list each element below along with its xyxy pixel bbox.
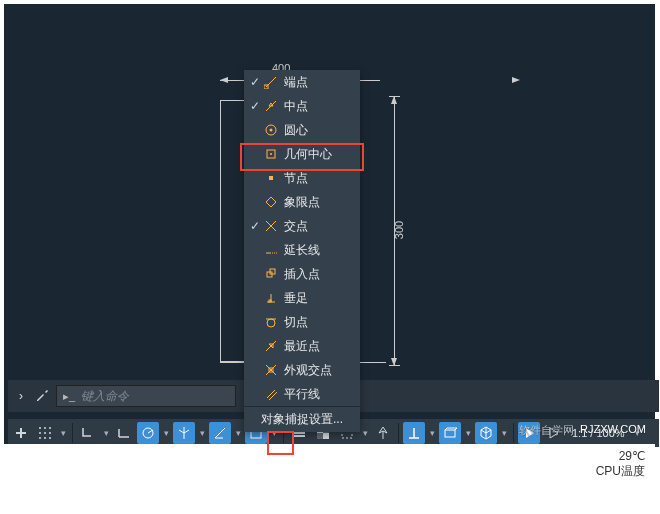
osnap-tangent[interactable]: 切点 [244,310,360,334]
command-input[interactable]: ▸_ 键入命令 [56,385,236,407]
sb-viewcube-dropdown[interactable]: ▾ [499,428,509,438]
menu-label: 平行线 [280,386,354,403]
endpoint-icon [262,73,280,91]
command-prompt-icon: ▸_ [63,390,75,403]
command-expand-icon[interactable]: › [14,389,28,403]
osnap-parallel[interactable]: 平行线 [244,382,360,406]
customize-icon[interactable] [34,387,50,406]
check-icon: ✓ [248,219,262,233]
menu-label: 延长线 [280,242,354,259]
menu-label: 垂足 [280,290,354,307]
svg-point-6 [39,437,41,439]
svg-point-25 [267,319,275,327]
nearest-icon [262,337,280,355]
menu-label: 中点 [280,98,354,115]
osnap-endpoint[interactable]: ✓ 端点 [244,70,360,94]
tangent-icon [262,313,280,331]
menu-label: 节点 [280,170,354,187]
sb-polar-icon[interactable] [137,422,159,444]
check-icon: ✓ [248,99,262,113]
svg-point-1 [44,427,46,429]
temperature-label: CPU温度 [596,463,645,480]
menu-label: 圆心 [280,122,354,139]
svg-point-3 [39,432,41,434]
sb-plus-icon[interactable] [10,422,32,444]
quadrant-icon [262,193,280,211]
sb-ucs-icon[interactable] [372,422,394,444]
osnap-geometric-center[interactable]: 几何中心 [244,142,360,166]
menu-label: 象限点 [280,194,354,211]
svg-rect-24 [269,300,271,302]
menu-label: 外观交点 [280,362,354,379]
osnap-extension[interactable]: 延长线 [244,238,360,262]
svg-rect-13 [323,433,329,439]
svg-point-8 [49,437,51,439]
geometric-center-icon [262,145,280,163]
svg-point-5 [49,432,51,434]
sb-viewcube-icon[interactable] [475,422,497,444]
osnap-nearest[interactable]: 最近点 [244,334,360,358]
sb-grid-icon[interactable] [34,422,56,444]
svg-point-4 [44,432,46,434]
perpendicular-icon [262,289,280,307]
intersection-icon [262,217,280,235]
menu-label: 对象捕捉设置... [261,411,343,428]
sb-angle-dropdown[interactable]: ▾ [233,428,243,438]
svg-point-7 [44,437,46,439]
sb-ortho2-icon[interactable] [113,422,135,444]
menu-label: 最近点 [280,338,354,355]
osnap-insert[interactable]: 插入点 [244,262,360,286]
dimension-right-value: 300 [393,221,405,239]
watermark: 软件自学网 RJZXW.COM [519,423,646,438]
svg-point-2 [49,427,51,429]
menu-label: 几何中心 [280,146,354,163]
center-icon [262,121,280,139]
check-icon: ✓ [248,75,262,89]
sb-ortho-icon[interactable] [77,422,99,444]
osnap-center[interactable]: 圆心 [244,118,360,142]
sb-3dosnap-dropdown[interactable]: ▾ [463,428,473,438]
insert-icon [262,265,280,283]
node-icon [262,169,280,187]
command-placeholder: 键入命令 [81,388,129,405]
sb-polar-dropdown[interactable]: ▾ [161,428,171,438]
sb-ortho-dropdown[interactable]: ▾ [101,428,111,438]
osnap-settings[interactable]: 对象捕捉设置... [244,406,360,432]
sb-iso-dropdown[interactable]: ▾ [197,428,207,438]
svg-rect-21 [269,176,273,180]
svg-point-20 [270,153,272,155]
osnap-context-menu: ✓ 端点 ✓ 中点 圆心 几何中心 节点 象限点 ✓ 交点 延长线 [244,70,360,432]
sb-angle-icon[interactable] [209,422,231,444]
osnap-intersection[interactable]: ✓ 交点 [244,214,360,238]
svg-point-0 [39,427,41,429]
osnap-quadrant[interactable]: 象限点 [244,190,360,214]
temperature-value: 29℃ [619,449,645,463]
menu-label: 切点 [280,314,354,331]
sb-grid-dropdown[interactable]: ▾ [58,428,68,438]
sb-gizmo-dropdown[interactable]: ▾ [427,428,437,438]
sb-gizmo-icon[interactable] [403,422,425,444]
svg-rect-15 [445,430,455,437]
osnap-midpoint[interactable]: ✓ 中点 [244,94,360,118]
apparent-intersection-icon [262,361,280,379]
osnap-perpendicular[interactable]: 垂足 [244,286,360,310]
parallel-icon [262,385,280,403]
menu-label: 交点 [280,218,354,235]
menu-label: 端点 [280,74,354,91]
svg-point-18 [270,129,273,132]
sb-selection-dropdown[interactable]: ▾ [360,428,370,438]
system-temp-bar: 29℃ CPU温度 [4,444,655,484]
watermark-en: RJZXW.COM [580,423,646,438]
osnap-apparent-intersection[interactable]: 外观交点 [244,358,360,382]
midpoint-icon [262,97,280,115]
sb-iso-icon[interactable] [173,422,195,444]
sb-3dosnap-icon[interactable] [439,422,461,444]
osnap-node[interactable]: 节点 [244,166,360,190]
extension-icon [262,241,280,259]
watermark-cn: 软件自学网 [519,423,574,438]
menu-label: 插入点 [280,266,354,283]
